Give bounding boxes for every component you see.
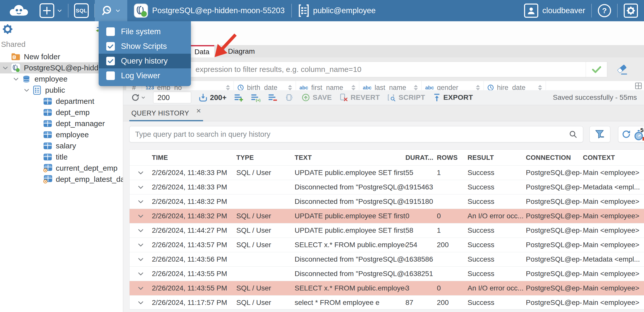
settings-button[interactable] — [618, 4, 644, 18]
fetch-more-button[interactable]: 200+ — [199, 93, 226, 102]
cell-connection: PostgreSQL@ep-... — [526, 284, 583, 292]
column-header[interactable]: TIME — [152, 154, 236, 162]
history-row[interactable]: 2/26/2024, 11:48:33 PM Disconnected from… — [130, 180, 644, 194]
sql-editor-button[interactable]: SQL — [68, 0, 94, 21]
cell-time: 2/26/2024, 11:43:55 PM — [152, 284, 236, 292]
expand-row-icon[interactable] — [130, 299, 152, 306]
schema-selector[interactable]: public@employee — [292, 0, 382, 21]
tree-item[interactable]: salary — [0, 140, 123, 151]
tree-item[interactable]: dept_emp — [0, 107, 123, 118]
history-row[interactable]: 2/26/2024, 11:48:33 PM SQL / User UPDATE… — [130, 165, 644, 180]
username: cloudbeaver — [542, 6, 585, 15]
tree-item[interactable]: dept_emp_latest_date — [0, 174, 123, 185]
query-history-search[interactable] — [129, 126, 583, 142]
history-filter-button[interactable] — [589, 126, 610, 142]
tree-item[interactable]: title — [0, 151, 123, 163]
menu-item[interactable]: Show Scripts — [99, 39, 191, 54]
column-header[interactable]: RESULT — [468, 154, 526, 162]
expand-row-icon[interactable] — [130, 198, 152, 205]
history-row[interactable]: 2/26/2024, 11:43:57 PM SQL / User SELECT… — [130, 238, 644, 252]
chevron-down-icon[interactable] — [13, 76, 19, 82]
grid-settings-icon[interactable] — [635, 82, 642, 89]
connection-selector[interactable]: PostgreSQL@ep-hidden-moon-55203 — [127, 0, 291, 21]
cell-connection: PostgreSQL@ep-... — [526, 255, 583, 263]
person-icon — [526, 6, 536, 15]
grid-column-header[interactable]: 123 abc gender — [422, 81, 484, 90]
auto-refresh-control[interactable]: 5s — [618, 126, 644, 142]
menu-item[interactable]: Query history — [99, 54, 191, 68]
help-button[interactable]: ? — [592, 4, 617, 17]
user-menu[interactable]: cloudbeaver — [518, 4, 591, 18]
expand-row-icon[interactable] — [130, 212, 152, 220]
checkbox[interactable] — [106, 57, 115, 65]
tree-item-icon — [43, 108, 53, 117]
expand-row-icon[interactable] — [130, 227, 152, 234]
revert-button[interactable]: REVERT — [339, 93, 380, 102]
chevron-down-icon[interactable] — [2, 65, 9, 71]
menu-item[interactable]: File system — [99, 24, 191, 39]
clear-filter-icon[interactable] — [616, 64, 628, 75]
apply-filter-button[interactable] — [586, 62, 607, 77]
history-row[interactable]: 2/26/2024, 11:43:55 PM SQL / User SELECT… — [130, 281, 644, 295]
script-button[interactable]: SCRIPT — [387, 93, 425, 102]
expand-row-icon[interactable] — [130, 241, 152, 248]
sidebar-settings-icon[interactable] — [3, 24, 13, 34]
grid-column-header[interactable]: 123 abc hire_date — [484, 81, 546, 90]
auto-refresh-timer-icon[interactable]: 5s — [633, 128, 644, 141]
sort-arrows-icon[interactable] — [414, 85, 418, 90]
history-row[interactable]: 2/26/2024, 11:43:55 PM Disconnected from… — [130, 266, 644, 281]
new-connection-button[interactable] — [34, 0, 68, 21]
tree-item[interactable]: dept_manager — [0, 118, 123, 129]
row-limit-input[interactable] — [153, 92, 191, 103]
history-row[interactable]: 2/26/2024, 11:48:32 PM SQL / User UPDATE… — [130, 209, 644, 223]
data-grid-header: # 123 abc emp_no 123 — [126, 81, 644, 90]
tree-item[interactable]: department — [0, 96, 123, 107]
sort-arrows-icon[interactable] — [288, 85, 292, 90]
expand-row-icon[interactable] — [130, 270, 152, 277]
column-header[interactable]: TEXT — [295, 154, 405, 162]
tree-item[interactable]: public — [0, 85, 123, 96]
cloudbeaver-logo[interactable] — [4, 2, 34, 20]
close-icon[interactable]: × — [196, 106, 201, 115]
history-row[interactable]: 2/26/2024, 11:48:32 PM Disconnected from… — [130, 194, 644, 209]
filter-expression-input[interactable] — [126, 62, 607, 77]
tree-item[interactable]: employee — [0, 129, 123, 140]
save-button[interactable]: SAVE — [301, 93, 332, 102]
grid-column-header[interactable]: 123 abc first_name — [296, 81, 359, 90]
expand-row-icon[interactable] — [130, 169, 152, 176]
checkbox[interactable] — [106, 71, 115, 80]
column-header[interactable]: CONTEXT — [583, 154, 644, 162]
grid-column-header[interactable]: 123 abc birth_date — [234, 81, 296, 90]
sort-arrows-icon[interactable] — [351, 85, 355, 90]
checkbox[interactable] — [106, 42, 115, 51]
refresh-icon[interactable] — [621, 129, 631, 139]
export-button[interactable]: EXPORT — [433, 93, 473, 102]
column-header[interactable]: TYPE — [236, 154, 295, 162]
tree-item[interactable]: current_dept_emp — [0, 163, 123, 174]
column-header[interactable]: CONNECTION — [526, 154, 583, 162]
search-input[interactable] — [130, 130, 569, 139]
column-header[interactable]: ROWS — [437, 154, 468, 162]
tools-menu-button[interactable] — [95, 0, 127, 21]
history-row[interactable]: 2/26/2024, 11:44:27 PM SQL / User UPDATE… — [130, 223, 644, 238]
history-row[interactable]: 2/26/2024, 11:17:57 PM SQL / User select… — [130, 295, 644, 309]
add-rows-button[interactable]: (+) — [251, 93, 260, 102]
sort-arrows-icon[interactable] — [226, 85, 230, 90]
add-row-button[interactable] — [234, 93, 243, 102]
tab-query-history[interactable]: QUERY HISTORY × — [129, 105, 203, 121]
sort-arrows-icon[interactable] — [476, 85, 480, 90]
filter-input-field[interactable] — [127, 62, 586, 77]
chevron-down-icon[interactable] — [23, 87, 30, 93]
expand-row-icon[interactable] — [130, 184, 152, 191]
refresh-document-button[interactable] — [285, 93, 294, 102]
column-header[interactable]: DURAT... — [405, 154, 437, 162]
menu-item[interactable]: Log Viewer — [99, 68, 191, 83]
checkbox[interactable] — [106, 27, 115, 36]
grid-column-header[interactable]: 123 abc last_name — [359, 81, 422, 90]
refresh-button[interactable] — [131, 93, 146, 102]
sort-arrows-icon[interactable] — [538, 85, 542, 90]
history-row[interactable]: 2/26/2024, 11:43:56 PM Disconnected from… — [130, 252, 644, 266]
delete-row-button[interactable] — [268, 93, 277, 102]
expand-row-icon[interactable] — [130, 256, 152, 263]
expand-row-icon[interactable] — [130, 285, 152, 292]
